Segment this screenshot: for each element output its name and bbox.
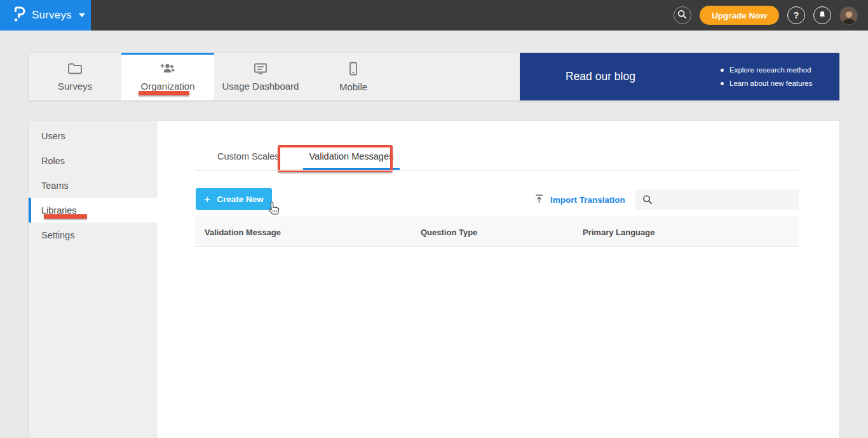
sidebar-item-teams[interactable]: Teams [29,173,158,198]
search-icon [677,10,687,22]
validation-table-header: Validation Message Question Type Primary… [195,217,799,247]
content-card: Users Roles Teams Libraries Settings Cus… [29,121,839,438]
import-translation-link[interactable]: Import Translation [534,193,625,207]
tab-label: Surveys [58,81,92,92]
column-header-primary-language: Primary Language [583,217,654,247]
topbar-actions: Upgrade Now ? [674,0,858,31]
tab-label: Custom Scales [217,151,280,161]
libraries-main-panel: Custom Scales Validation Messages + Crea… [158,121,839,438]
column-header-validation-message: Validation Message [205,217,281,247]
folder-icon [67,62,83,78]
mobile-icon [348,62,358,78]
tab-validation-messages[interactable]: Validation Messages [303,151,400,170]
avatar[interactable] [839,6,858,25]
plus-icon: + [204,194,210,205]
sidebar-item-label: Users [41,131,65,141]
bullet-dot [721,69,724,72]
annotation-underline-organization [139,91,189,95]
tab-custom-scales[interactable]: Custom Scales [211,151,286,170]
tab-mobile[interactable]: Mobile [307,53,400,100]
product-name: Surveys [32,9,72,22]
bullet-text: Explore research method [729,66,811,74]
app-window: Surveys Upgrade Now ? [0,0,868,438]
chevron-down-icon [79,13,85,17]
upload-icon [534,193,545,207]
people-add-icon [159,62,177,78]
library-tabs: Custom Scales Validation Messages [211,151,400,170]
topbar: Surveys Upgrade Now ? [0,0,868,31]
blog-banner[interactable]: Read our blog Explore research method Le… [520,53,839,100]
blog-banner-bullets: Explore research method Learn about new … [721,53,812,100]
notifications-button[interactable] [813,6,831,24]
blog-banner-title: Read our blog [566,53,635,100]
help-button[interactable]: ? [787,6,805,24]
tab-usage-dashboard[interactable]: Usage Dashboard [214,53,307,100]
create-new-label: Create New [217,195,264,204]
tab-label: Mobile [339,81,367,92]
module-nav-card: Surveys Organization [29,53,839,100]
sidebar-item-libraries[interactable]: Libraries [29,198,158,222]
upgrade-button[interactable]: Upgrade Now [700,6,779,25]
bell-icon [817,9,827,22]
create-new-button[interactable]: + Create New [196,188,272,210]
sidebar-item-label: Roles [41,156,65,166]
search-input[interactable] [635,189,799,210]
organization-sidebar: Users Roles Teams Libraries Settings [29,121,158,438]
search-button[interactable] [674,6,691,24]
sidebar-item-roles[interactable]: Roles [29,148,158,173]
sidebar-item-label: Settings [41,230,74,240]
tab-label: Validation Messages [309,151,394,161]
tab-label: Organization [140,81,194,92]
annotation-underline-libraries [44,214,87,219]
tab-surveys[interactable]: Surveys [29,53,121,100]
import-translation-label: Import Translation [550,195,625,205]
column-header-question-type: Question Type [421,217,477,247]
tab-label: Usage Dashboard [222,81,299,92]
library-search [635,189,799,210]
bullet-text: Learn about new features [729,79,812,87]
tabs-divider [195,170,799,171]
product-switcher[interactable]: Surveys [0,0,91,31]
sidebar-item-label: Teams [41,181,69,191]
help-icon: ? [794,10,799,20]
sidebar-item-settings[interactable]: Settings [29,222,158,247]
bullet-dot [721,82,724,85]
dashboard-icon [253,62,268,78]
sidebar-item-users[interactable]: Users [29,123,158,148]
questionpro-logo-icon [13,5,26,25]
